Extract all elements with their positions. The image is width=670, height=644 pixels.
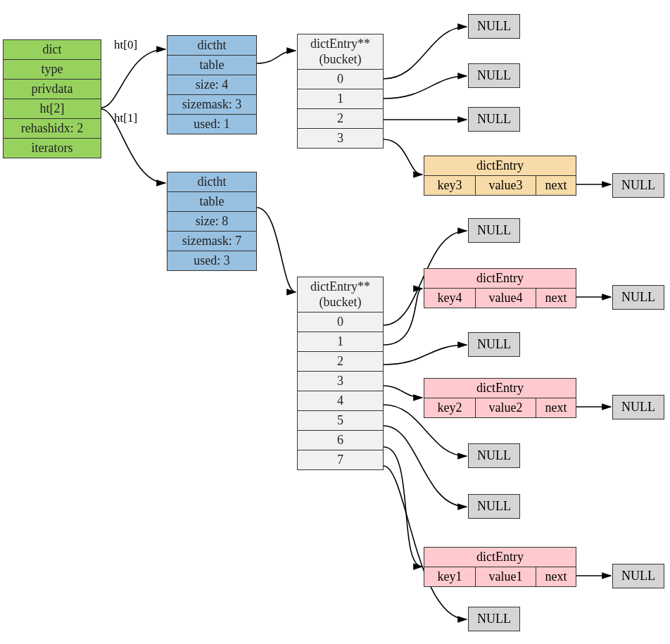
bucket0-title: dictEntry**(bucket) — [298, 34, 383, 70]
dict-title: dict — [4, 40, 101, 60]
bucket0-slot-2: 2 — [298, 109, 383, 129]
bucket1-slot-2: 2 — [298, 352, 383, 372]
dictht0-size: size: 4 — [168, 75, 256, 95]
dictentry-key4-value: value4 — [476, 289, 536, 308]
null-key2-next: NULL — [612, 395, 664, 419]
null-key3-next: NULL — [612, 173, 664, 198]
null-b1-7: NULL — [468, 607, 520, 631]
null-b1-5: NULL — [468, 494, 520, 519]
bucket0-slot-0: 0 — [298, 70, 383, 89]
dictentry-key3-value: value3 — [476, 176, 536, 195]
dict-node: dict type privdata ht[2] rehashidx: 2 it… — [3, 39, 101, 158]
dictht0-title: dictht — [168, 36, 256, 56]
null-b0-0: NULL — [468, 14, 520, 39]
dict-field-iterators: iterators — [4, 139, 101, 158]
dictentry-key3: dictEntry key3 value3 next — [424, 156, 576, 196]
dictentry-key2-key: key2 — [424, 398, 476, 417]
dictentry-key3-key: key3 — [424, 176, 476, 195]
bucket1-slot-7: 7 — [298, 450, 383, 469]
dictht0-table: table — [168, 56, 256, 75]
dictht0-sizemask: sizemask: 3 — [168, 95, 256, 115]
dictentry-key2-next: next — [536, 398, 576, 417]
dictentry-key1-next: next — [536, 567, 576, 586]
bucket1-slot-4: 4 — [298, 391, 383, 411]
dictentry-key1-value: value1 — [476, 567, 536, 586]
dictentry-key1-key: key1 — [424, 567, 476, 586]
bucket1-title: dictEntry**(bucket) — [298, 277, 383, 312]
edge-label-ht0: ht[0] — [114, 38, 137, 52]
dict-field-rehashidx: rehashidx: 2 — [4, 119, 101, 139]
dictentry-key4-key: key4 — [424, 289, 476, 308]
null-key4-next: NULL — [612, 285, 664, 310]
dictht1-sizemask: sizemask: 7 — [168, 232, 256, 251]
bucket0-slot-1: 1 — [298, 89, 383, 109]
dict-field-privdata: privdata — [4, 80, 101, 99]
bucket1-slot-0: 0 — [298, 312, 383, 332]
dict-field-ht: ht[2] — [4, 99, 101, 119]
bucket1-slot-6: 6 — [298, 431, 383, 450]
dictht1-table: table — [168, 192, 256, 212]
edge-label-ht1: ht[1] — [114, 111, 137, 125]
dictentry-key2-title: dictEntry — [424, 379, 576, 398]
dictht1-used: used: 3 — [168, 251, 256, 270]
dictht1-title: dictht — [168, 172, 256, 192]
bucket1-slot-1: 1 — [298, 332, 383, 352]
dictentry-key4-title: dictEntry — [424, 269, 576, 289]
bucket1-slot-5: 5 — [298, 411, 383, 431]
null-b0-2: NULL — [468, 107, 520, 132]
null-b1-0: NULL — [468, 218, 520, 243]
null-b1-4: NULL — [468, 443, 520, 468]
dictht0-node: dictht table size: 4 sizemask: 3 used: 1 — [167, 35, 257, 134]
dictentry-key1-title: dictEntry — [424, 548, 576, 567]
dictentry-key2-value: value2 — [476, 398, 536, 417]
bucket0-node: dictEntry**(bucket) 0 1 2 3 — [297, 34, 384, 149]
bucket1-node: dictEntry**(bucket) 0 1 2 3 4 5 6 7 — [297, 277, 384, 470]
dict-field-type: type — [4, 60, 101, 80]
dictht1-node: dictht table size: 8 sizemask: 7 used: 3 — [167, 172, 257, 271]
dictht0-used: used: 1 — [168, 115, 256, 134]
dictentry-key4: dictEntry key4 value4 next — [424, 268, 576, 308]
dictentry-key4-next: next — [536, 289, 576, 308]
dictht1-size: size: 8 — [168, 212, 256, 232]
null-key1-next: NULL — [612, 564, 664, 588]
null-b0-1: NULL — [468, 63, 520, 88]
dictentry-key2: dictEntry key2 value2 next — [424, 378, 576, 418]
null-b1-2: NULL — [468, 332, 520, 357]
dictentry-key3-title: dictEntry — [424, 156, 576, 176]
bucket0-slot-3: 3 — [298, 129, 383, 148]
dictentry-key1: dictEntry key1 value1 next — [424, 547, 576, 587]
bucket1-slot-3: 3 — [298, 372, 383, 391]
dictentry-key3-next: next — [536, 176, 576, 195]
